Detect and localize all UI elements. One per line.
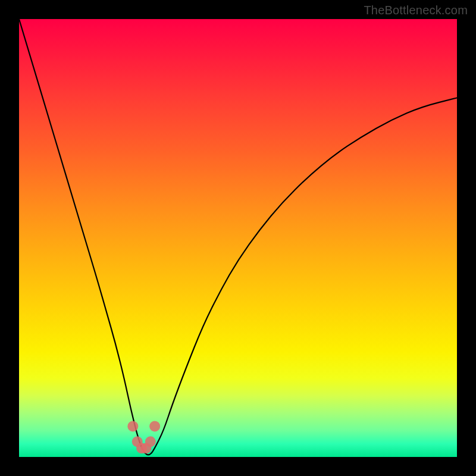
curve-minimum-markers bbox=[127, 421, 160, 453]
curve-marker bbox=[145, 436, 156, 447]
bottleneck-curve bbox=[19, 19, 457, 455]
chart-frame: TheBottleneck.com bbox=[0, 0, 476, 476]
bottleneck-curve-svg bbox=[19, 19, 457, 457]
plot-area bbox=[19, 19, 457, 457]
curve-marker bbox=[127, 421, 138, 431]
watermark-text: TheBottleneck.com bbox=[364, 4, 468, 17]
curve-marker bbox=[149, 421, 160, 431]
